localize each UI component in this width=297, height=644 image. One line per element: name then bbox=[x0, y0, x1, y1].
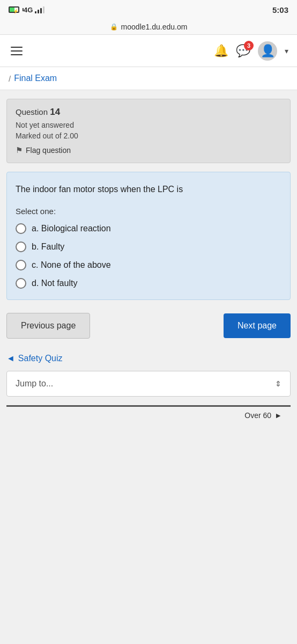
option-c[interactable]: c. None of the above bbox=[16, 260, 281, 270]
flag-label: Flag question bbox=[26, 146, 71, 155]
battery-bolt: ⚡ bbox=[13, 9, 19, 14]
question-info-card: Question 14 Not yet answered Marked out … bbox=[6, 99, 291, 163]
option-b-label: b. Faulty bbox=[32, 242, 64, 252]
dropdown-arrow-icon[interactable]: ▾ bbox=[285, 47, 288, 55]
hamburger-menu-button[interactable] bbox=[9, 45, 25, 57]
jump-to-arrows-icon: ⇕ bbox=[275, 379, 281, 388]
breadcrumb: / Final Exam bbox=[0, 67, 297, 90]
next-page-button[interactable]: Next page bbox=[224, 313, 291, 338]
previous-page-button[interactable]: Previous page bbox=[6, 313, 90, 339]
over60-arrow-icon[interactable]: ► bbox=[274, 411, 282, 420]
radio-c[interactable] bbox=[16, 260, 26, 270]
safety-quiz-arrow-icon: ◄ bbox=[6, 354, 15, 363]
radio-d[interactable] bbox=[16, 278, 26, 289]
hamburger-line-2 bbox=[11, 50, 23, 52]
hamburger-line-1 bbox=[11, 47, 23, 48]
address-bar: 🔒 moodle1.du.edu.om bbox=[0, 19, 297, 35]
nav-buttons: Previous page Next page bbox=[6, 313, 291, 339]
option-c-label: c. None of the above bbox=[32, 260, 111, 270]
select-one-label: Select one: bbox=[16, 207, 281, 216]
option-a-label: a. Biological reaction bbox=[32, 224, 111, 233]
avatar[interactable]: 👤 bbox=[258, 41, 277, 61]
safety-quiz-label: Safety Quiz bbox=[18, 354, 63, 363]
option-b[interactable]: b. Faulty bbox=[16, 241, 281, 252]
option-a[interactable]: a. Biological reaction bbox=[16, 223, 281, 234]
over60-bar: Over 60 ► bbox=[6, 405, 291, 424]
question-status: Not yet answered bbox=[16, 121, 281, 129]
bell-icon[interactable]: 🔔 bbox=[214, 44, 228, 58]
option-d[interactable]: d. Not faulty bbox=[16, 278, 281, 289]
question-marks: Marked out of 2.00 bbox=[16, 131, 281, 140]
safety-quiz-link[interactable]: ◄ Safety Quiz bbox=[6, 354, 291, 363]
battery-nub bbox=[23, 8, 24, 11]
signal-label: 4G bbox=[24, 6, 33, 14]
lock-icon: 🔒 bbox=[110, 23, 118, 31]
notification-badge[interactable]: 💬 3 bbox=[236, 44, 250, 58]
jump-to-label: Jump to... bbox=[16, 379, 53, 389]
radio-a[interactable] bbox=[16, 223, 26, 234]
signal-bars-icon bbox=[35, 6, 44, 13]
option-d-label: d. Not faulty bbox=[32, 279, 77, 288]
url-text: moodle1.du.edu.om bbox=[121, 23, 188, 31]
status-bar: ⚡ 4G 5:03 bbox=[0, 0, 297, 19]
radio-b[interactable] bbox=[16, 241, 26, 252]
nav-right: 🔔 💬 3 👤 ▾ bbox=[214, 41, 288, 61]
breadcrumb-link[interactable]: Final Exam bbox=[14, 74, 57, 83]
question-number: Question 14 bbox=[16, 107, 281, 118]
question-content-card: The indoor fan motor stops when the LPC … bbox=[6, 172, 291, 300]
flag-question-button[interactable]: ⚑ Flag question bbox=[16, 145, 281, 155]
question-label: Question bbox=[16, 107, 48, 116]
top-nav: 🔔 💬 3 👤 ▾ bbox=[0, 35, 297, 67]
notification-count: 3 bbox=[244, 41, 254, 50]
battery-icon: ⚡ bbox=[9, 6, 21, 13]
hamburger-line-3 bbox=[11, 54, 23, 55]
clock: 5:03 bbox=[272, 5, 288, 14]
main-content: Question 14 Not yet answered Marked out … bbox=[0, 90, 297, 433]
flag-icon: ⚑ bbox=[16, 145, 23, 155]
over60-label: Over 60 bbox=[244, 411, 271, 420]
avatar-icon: 👤 bbox=[261, 44, 275, 58]
jump-to-dropdown[interactable]: Jump to... ⇕ bbox=[6, 371, 291, 397]
question-text: The indoor fan motor stops when the LPC … bbox=[16, 183, 281, 196]
question-number-value: 14 bbox=[50, 107, 60, 117]
status-left: ⚡ 4G bbox=[9, 6, 44, 14]
options-list: a. Biological reaction b. Faulty c. None… bbox=[16, 223, 281, 289]
breadcrumb-separator: / bbox=[9, 74, 11, 83]
